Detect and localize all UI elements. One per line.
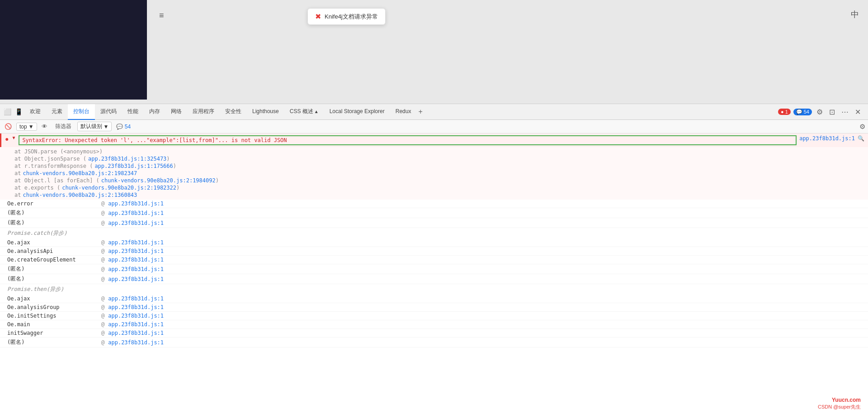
call-row: (匿名) @ app.23f8b31d.js:1	[0, 218, 868, 228]
call-row: initSwagger @ app.23f8b31d.js:1	[0, 329, 868, 338]
dock-icon[interactable]: ⊡	[827, 107, 837, 117]
tab-lighthouse[interactable]: Lighthouse	[247, 104, 284, 120]
call-link[interactable]: app.23f8b31d.js:1	[108, 276, 164, 282]
error-source-link[interactable]: app.23f8b31d.js:1	[799, 135, 855, 142]
stack-line: at chunk-vendors.90e8ba20.js:2:1982347	[0, 170, 868, 177]
call-row: Oe.ajax @ app.23f8b31d.js:1	[0, 295, 868, 303]
tab-security[interactable]: 安全性	[220, 104, 247, 120]
call-row: (匿名) @ app.23f8b31d.js:1	[0, 208, 868, 218]
frame-selector-arrow: ▼	[28, 124, 34, 130]
settings-icon[interactable]: ⚙	[815, 107, 825, 117]
csdn-watermark: CSDN @super先生	[818, 404, 861, 410]
call-row: Oe.error @ app.23f8b31d.js:1	[0, 200, 868, 208]
stack-link[interactable]: chunk-vendors.90e8ba20.js:2:1982322	[62, 185, 176, 191]
tab-bar-right: ● 1 💬 54 ⚙ ⊡ ⋯ ✕	[778, 107, 866, 117]
stack-link[interactable]: chunk-vendors.90e8ba20.js:2:1360843	[23, 192, 137, 198]
call-link[interactable]: app.23f8b31d.js:1	[108, 339, 164, 346]
eye-button[interactable]: 👁	[40, 122, 49, 131]
log-level-label: 默认级别	[80, 123, 102, 130]
stack-link[interactable]: chunk-vendors.90e8ba20.js:2:1982347	[23, 170, 137, 176]
tab-network[interactable]: 网络	[165, 104, 187, 120]
stack-line: at Object.json5parse ( app.23f8b31d.js:1…	[0, 155, 868, 162]
close-icon[interactable]: ✕	[853, 107, 863, 117]
console-toolbar: 🚫 top ▼ 👁 筛选器 默认级别 ▼ 💬 54 ⚙	[0, 120, 868, 133]
frame-selector[interactable]: top ▼	[16, 123, 37, 131]
error-circle-icon: ✖	[315, 12, 321, 21]
tab-sources[interactable]: 源代码	[95, 104, 122, 120]
stack-line: at JSON.parse (<anonymous>)	[0, 148, 868, 155]
call-row: Oe.ajax @ app.23f8b31d.js:1	[0, 238, 868, 247]
log-level-selector[interactable]: 默认级别 ▼	[77, 122, 112, 131]
call-link[interactable]: app.23f8b31d.js:1	[108, 313, 164, 319]
call-link[interactable]: app.23f8b31d.js:1	[108, 330, 164, 336]
call-link[interactable]: app.23f8b31d.js:1	[108, 220, 164, 226]
call-row: Oe.main @ app.23f8b31d.js:1	[0, 320, 868, 329]
warning-badge: 💬 54	[793, 109, 812, 115]
frame-selector-label: top	[19, 124, 27, 130]
tab-welcome[interactable]: 欢迎	[24, 104, 46, 120]
call-link[interactable]: app.23f8b31d.js:1	[108, 257, 164, 263]
device-icon[interactable]: 📱	[13, 107, 24, 116]
console-content: ● ▼ SyntaxError: Unexpected token 'l', .…	[0, 133, 868, 414]
call-row: (匿名) @ app.23f8b31d.js:1	[0, 338, 868, 347]
stack-line: at r.transformResponse ( app.23f8b31d.js…	[0, 162, 868, 170]
call-row: Oe.createGroupElement @ app.23f8b31d.js:…	[0, 256, 868, 264]
clear-console-button[interactable]: 🚫	[3, 122, 14, 131]
error-badge: ● 1	[778, 109, 791, 115]
call-row: (匿名) @ app.23f8b31d.js:1	[0, 274, 868, 284]
inspect-icon[interactable]: ⬜	[2, 107, 13, 116]
error-expand-arrow[interactable]: ▼	[11, 135, 16, 140]
message-count: 💬 54	[114, 123, 132, 131]
tab-performance[interactable]: 性能	[122, 104, 144, 120]
devtools-tab-bar: ⬜ 📱 欢迎 元素 控制台 源代码 性能 内存 网络 应用程序 安全性 Ligh…	[0, 104, 868, 120]
error-icon: ●	[5, 135, 9, 143]
notification-popup: ✖ Knife4j文档请求异常	[307, 8, 386, 25]
filter-button[interactable]: 筛选器	[52, 121, 75, 132]
stack-link[interactable]: chunk-vendors.90e8ba20.js:2:1984092	[101, 177, 216, 184]
tab-local-storage-explorer[interactable]: Local Storage Explorer	[324, 104, 390, 120]
call-row: Oe.analysisApi @ app.23f8b31d.js:1	[0, 247, 868, 256]
add-tab-icon[interactable]: +	[416, 107, 424, 117]
call-link[interactable]: app.23f8b31d.js:1	[108, 200, 164, 207]
search-icon[interactable]: 🔍	[858, 135, 864, 142]
devtools-panel: ⬜ 📱 欢迎 元素 控制台 源代码 性能 内存 网络 应用程序 安全性 Ligh…	[0, 104, 868, 414]
stack-link[interactable]: app.23f8b31d.js:1:325473	[88, 156, 166, 162]
log-level-arrow: ▼	[104, 124, 109, 130]
tab-css-overview[interactable]: CSS 概述 ▲	[284, 104, 324, 120]
stack-link[interactable]: app.23f8b31d.js:1:175666	[94, 163, 173, 169]
error-main-line: SyntaxError: Unexpected token 'l', ..."e…	[19, 135, 797, 145]
console-settings-icon[interactable]: ⚙	[859, 123, 865, 131]
call-row: (匿名) @ app.23f8b31d.js:1	[0, 264, 868, 274]
tab-console[interactable]: 控制台	[68, 104, 95, 120]
async-separator: Promise.then(异步)	[0, 284, 868, 295]
stack-line: at chunk-vendors.90e8ba20.js:2:1360843	[0, 191, 868, 199]
error-entry: ● ▼ SyntaxError: Unexpected token 'l', .…	[0, 133, 868, 147]
tab-memory[interactable]: 内存	[144, 104, 165, 120]
yuucn-watermark: Yuucn.com	[832, 397, 861, 403]
call-row: Oe.initSettings @ app.23f8b31d.js:1	[0, 312, 868, 320]
more-icon[interactable]: ⋯	[840, 107, 850, 117]
error-message: SyntaxError: Unexpected token 'l', ..."e…	[22, 137, 287, 143]
call-link[interactable]: app.23f8b31d.js:1	[108, 321, 164, 328]
call-link[interactable]: app.23f8b31d.js:1	[108, 295, 164, 302]
tab-elements[interactable]: 元素	[46, 104, 68, 120]
stack-line: at Object.l [as forEach] ( chunk-vendors…	[0, 177, 868, 184]
stack-line: at e.exports ( chunk-vendors.90e8ba20.js…	[0, 184, 868, 191]
call-link[interactable]: app.23f8b31d.js:1	[108, 266, 164, 272]
menu-icon[interactable]: ≡	[159, 11, 164, 20]
top-right-button[interactable]: 中	[851, 9, 859, 20]
notification-text: Knife4j文档请求异常	[325, 13, 378, 21]
async-separator: Promise.catch(异步)	[0, 228, 868, 238]
tab-redux[interactable]: Redux	[390, 104, 417, 120]
call-link[interactable]: app.23f8b31d.js:1	[108, 304, 164, 310]
call-row: Oe.analysisGroup @ app.23f8b31d.js:1	[0, 303, 868, 312]
call-link[interactable]: app.23f8b31d.js:1	[108, 239, 164, 246]
stack-trace: at JSON.parse (<anonymous>) at Object.js…	[0, 147, 868, 200]
call-link[interactable]: app.23f8b31d.js:1	[108, 248, 164, 254]
tab-application[interactable]: 应用程序	[187, 104, 220, 120]
call-link[interactable]: app.23f8b31d.js:1	[108, 210, 164, 216]
